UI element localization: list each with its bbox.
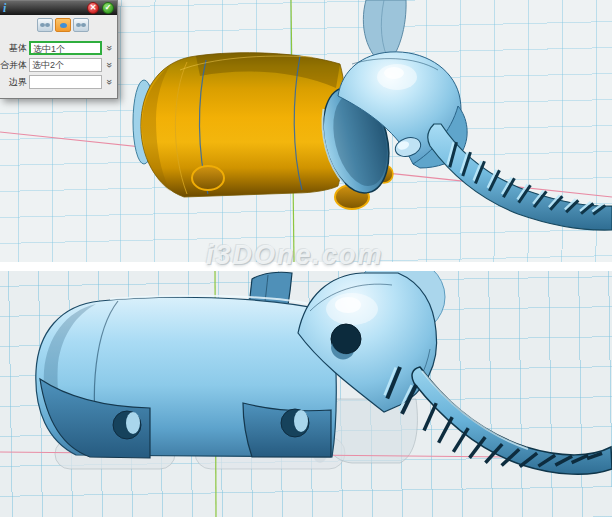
boolean-mode-buttons (0, 15, 117, 35)
union-icon (40, 23, 45, 27)
elephant-body-selected[interactable] (141, 53, 346, 197)
expand-icon[interactable] (104, 43, 114, 53)
boundary-field[interactable] (29, 75, 102, 89)
base-body-label: 基体 (0, 42, 27, 55)
subtract-mode-button[interactable] (55, 18, 71, 32)
confirm-icon[interactable]: ✓ (102, 2, 114, 14)
dialog-titlebar: i ✕ ✓ (0, 1, 117, 15)
expand-icon[interactable] (104, 77, 114, 87)
info-icon: i (3, 2, 6, 14)
model-canvas-bottom (0, 271, 612, 517)
close-icon[interactable]: ✕ (87, 2, 99, 14)
boundary-label: 边界 (0, 76, 27, 89)
base-body-field[interactable]: 选中1个 (29, 41, 102, 55)
dialog-fields: 基体 选中1个 合并体 选中2个 边界 (0, 35, 117, 98)
viewport-bottom[interactable] (0, 271, 612, 517)
combine-dialog: i ✕ ✓ 基体 选中1个 合并体 选中2个 边界 (0, 0, 118, 99)
merge-body-label: 合并体 (0, 59, 27, 72)
union-mode-button[interactable] (37, 18, 53, 32)
merge-body-field[interactable]: 选中2个 (29, 58, 102, 72)
base-body-row: 基体 选中1个 (0, 41, 114, 55)
intersect-mode-button[interactable] (73, 18, 89, 32)
merge-body-row: 合并体 选中2个 (0, 58, 114, 72)
boundary-row: 边界 (0, 75, 114, 89)
app-window: i3DOne.com (0, 0, 612, 517)
watermark: i3DOne.com (206, 240, 384, 271)
intersect-icon (76, 23, 81, 27)
subtract-icon (60, 23, 67, 28)
expand-icon[interactable] (104, 60, 114, 70)
